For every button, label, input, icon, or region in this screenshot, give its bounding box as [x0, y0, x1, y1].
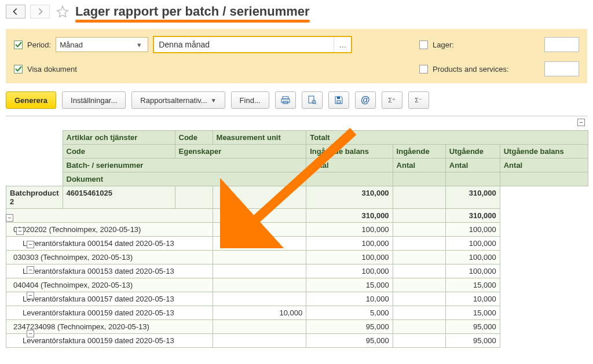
print-button[interactable]	[275, 91, 296, 109]
col-utgaende: Utgående	[445, 145, 500, 159]
tree-toggle[interactable]: −	[27, 266, 34, 274]
table-row[interactable]: 02020202 (Technoimpex, 2020-05-13)100,00…	[6, 223, 588, 237]
period-picker-button[interactable]: …	[334, 37, 351, 52]
cell-label: 02020202 (Technoimpex, 2020-05-13)	[6, 223, 213, 237]
cell-out: 100,000	[445, 237, 500, 251]
generate-button[interactable]: Generera	[6, 91, 56, 109]
col-batch: Batch- / serienummer	[63, 159, 306, 172]
cell-out: 15,000	[445, 306, 500, 320]
cell-in	[213, 209, 306, 223]
tree-toggle[interactable]: −	[16, 227, 24, 235]
cell-ut	[393, 251, 445, 264]
cell-ut	[393, 320, 445, 334]
period-checkbox[interactable]	[14, 41, 23, 49]
cell-ingaende: 100,000	[306, 264, 393, 278]
col-articles: Artiklar och tjänster	[63, 131, 175, 145]
col-properties: Egenskaper	[175, 145, 306, 159]
col-unit: Measurement unit	[213, 131, 306, 145]
cell-label: Leverantörsfaktura 000159 dated 2020-05-…	[6, 334, 213, 348]
table-row[interactable]: Batchproduct 246015461025310,000310,000	[6, 186, 588, 209]
products-input[interactable]	[544, 61, 579, 76]
cell-ut	[393, 186, 445, 209]
table-row[interactable]: Leverantörsfaktura 000159 dated 2020-05-…	[6, 334, 588, 348]
cell-ingaende: 100,000	[306, 237, 393, 251]
table-row[interactable]: Leverantörsfaktura 000159 dated 2020-05-…	[6, 306, 588, 320]
col-out-balance: Utgående balans	[500, 145, 588, 159]
cell-ingaende: 5,000	[306, 306, 393, 320]
arrow-left-icon	[12, 8, 20, 16]
settings-label: Inställningar...	[71, 96, 117, 105]
at-icon: @	[361, 95, 370, 105]
cell-ingaende: 95,000	[306, 334, 393, 348]
cell-label: 2347234098 (Technoimpex, 2020-05-13)	[6, 320, 213, 334]
col-code: Code	[175, 131, 213, 145]
col-total: Totalt	[306, 131, 588, 145]
cell-ingaende: 100,000	[306, 223, 393, 237]
table-row[interactable]: 310,000310,000	[6, 209, 588, 223]
lager-input[interactable]	[544, 37, 579, 52]
sum-plus-button[interactable]: Σ⁺	[382, 91, 402, 109]
collapse-all-button[interactable]: −	[577, 119, 585, 126]
settings-button[interactable]: Inställningar...	[62, 91, 126, 109]
table-row[interactable]: 040404 (Technoimpex, 2020-05-13)15,00015…	[6, 278, 588, 292]
table-row[interactable]: 030303 (Technoimpex, 2020-05-13)100,0001…	[6, 251, 588, 264]
table-row[interactable]: Leverantörsfaktura 000153 dated 2020-05-…	[6, 264, 588, 278]
svg-rect-1	[281, 99, 290, 102]
col-ingaende: Ingående	[393, 145, 445, 159]
cell-code: 46015461025	[63, 186, 175, 209]
cell-in	[213, 251, 306, 264]
favorite-star-icon[interactable]	[54, 3, 71, 20]
sum-plus-icon: Σ⁺	[388, 97, 396, 104]
cell-ut	[393, 209, 445, 223]
cell-in	[213, 186, 306, 209]
table-row[interactable]: Leverantörsfaktura 000157 dated 2020-05-…	[6, 292, 588, 306]
tree-toggle[interactable]: −	[6, 214, 13, 222]
cell-ut	[393, 264, 445, 278]
cell-label: Leverantörsfaktura 000159 dated 2020-05-…	[6, 306, 213, 320]
cell-in	[213, 278, 306, 292]
cell-out: 100,000	[445, 251, 500, 264]
report-options-button[interactable]: Rapportsalternativ... ▼	[131, 91, 225, 109]
cell-in	[213, 223, 306, 237]
cell-in	[213, 320, 306, 334]
page-title: Lager rapport per batch / serienummer	[75, 4, 310, 19]
cell-out: 15,000	[445, 278, 500, 292]
products-checkbox[interactable]	[419, 65, 428, 73]
tree-toggle[interactable]: −	[27, 241, 34, 248]
period-mode-select[interactable]: Månad ▾	[56, 37, 148, 52]
col-code2: Code	[63, 145, 175, 159]
preview-button[interactable]	[302, 91, 323, 109]
cell-ut	[393, 306, 445, 320]
find-button[interactable]: Find...	[231, 91, 269, 109]
tree-toggle[interactable]: −	[27, 330, 34, 337]
products-label: Products and services:	[433, 65, 509, 73]
nav-back-button[interactable]	[6, 5, 25, 19]
lager-checkbox[interactable]	[419, 41, 428, 49]
show-documents-checkbox[interactable]	[14, 65, 23, 73]
cell-out: 310,000	[445, 209, 500, 223]
cell-ingaende: 310,000	[306, 209, 393, 223]
nav-forward-button[interactable]	[30, 5, 50, 19]
cell-in	[213, 237, 306, 251]
col-antal-1: Antal	[306, 159, 393, 172]
floppy-icon	[334, 95, 343, 105]
email-button[interactable]: @	[355, 91, 376, 109]
svg-line-5	[315, 103, 316, 104]
sum-minus-icon: Σ⁻	[415, 97, 422, 104]
cell-ingaende: 95,000	[306, 320, 393, 334]
chevron-down-icon: ▾	[134, 41, 144, 49]
period-value-input[interactable]	[154, 37, 334, 52]
sum-minus-button[interactable]: Σ⁻	[408, 91, 429, 109]
save-button[interactable]	[328, 91, 349, 109]
col-antal-2: Antal	[393, 159, 445, 172]
lager-label: Lager:	[433, 41, 454, 49]
table-row[interactable]: Leverantörsfaktura 000154 dated 2020-05-…	[6, 237, 588, 251]
tree-toggle[interactable]: −	[27, 292, 34, 299]
cell-ut	[393, 334, 445, 348]
cell-in	[213, 334, 306, 348]
chevron-down-icon: ▼	[211, 97, 217, 104]
report-table: Artiklar och tjänster Code Measurement u…	[6, 130, 588, 348]
table-row[interactable]: 2347234098 (Technoimpex, 2020-05-13)95,0…	[6, 320, 588, 334]
period-label: Period:	[27, 41, 51, 49]
col-antal-4: Antal	[500, 159, 588, 172]
